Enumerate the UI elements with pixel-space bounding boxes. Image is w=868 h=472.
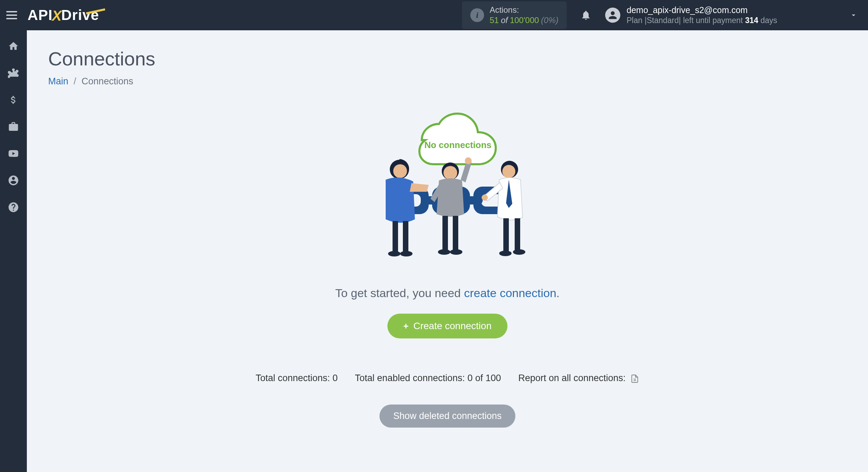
main-content: Connections Main / Connections No connec…: [27, 30, 868, 472]
sidebar: [0, 30, 27, 472]
svg-point-16: [443, 166, 457, 180]
svg-point-13: [388, 251, 400, 256]
svg-text:No connections: No connections: [424, 140, 491, 150]
topbar: APIXDrive i Actions: 51 of 100'000 (0%) …: [0, 0, 868, 30]
create-connection-link[interactable]: create connection: [464, 286, 556, 300]
svg-point-19: [438, 249, 450, 255]
total-connections: Total connections: 0: [256, 373, 338, 384]
svg-rect-17: [442, 216, 448, 250]
svg-point-20: [450, 249, 462, 255]
avatar-icon: [605, 8, 620, 23]
create-connection-label: Create connection: [413, 321, 491, 332]
actions-label: Actions:: [490, 5, 558, 15]
no-connections-illustration: No connections: [344, 107, 551, 269]
svg-point-23: [502, 165, 515, 178]
svg-rect-24: [503, 218, 509, 252]
actions-total: 100'000: [510, 15, 539, 25]
empty-state: No connections: [48, 107, 847, 428]
breadcrumb-main[interactable]: Main: [48, 76, 68, 86]
sidebar-item-youtube[interactable]: [7, 147, 20, 160]
chevron-down-icon: [849, 11, 858, 19]
plus-icon: +: [403, 321, 408, 332]
svg-point-10: [393, 164, 407, 178]
stats-row: Total connections: 0 Total enabled conne…: [256, 373, 639, 384]
user-menu[interactable]: demo_apix-drive_s2@com.com Plan |Standar…: [605, 4, 858, 26]
actions-used: 51: [490, 15, 499, 25]
actions-of: of: [501, 15, 508, 25]
svg-point-27: [513, 249, 525, 255]
actions-counter[interactable]: i Actions: 51 of 100'000 (0%): [462, 1, 567, 29]
menu-toggle[interactable]: [6, 8, 20, 22]
svg-rect-25: [515, 218, 520, 251]
create-connection-button[interactable]: + Create connection: [387, 314, 507, 338]
sidebar-item-billing[interactable]: [7, 94, 20, 106]
sidebar-item-help[interactable]: [7, 201, 20, 213]
notifications-icon[interactable]: [580, 10, 591, 21]
report-all-connections[interactable]: Report on all connections:: [518, 373, 639, 384]
svg-rect-12: [403, 221, 408, 252]
logo[interactable]: APIXDrive: [28, 7, 99, 23]
enabled-connections: Total enabled connections: 0 of 100: [355, 373, 501, 384]
empty-state-text: To get started, you need create connecti…: [335, 286, 559, 300]
breadcrumb-current: Connections: [82, 76, 133, 86]
svg-point-28: [482, 195, 488, 201]
user-email: demo_apix-drive_s2@com.com: [626, 4, 777, 16]
svg-point-14: [400, 251, 412, 256]
user-plan: Plan |Standard| left until payment 314 d…: [626, 15, 777, 26]
svg-rect-18: [453, 216, 458, 250]
sidebar-item-home[interactable]: [7, 40, 20, 52]
page-title: Connections: [48, 48, 847, 70]
document-icon: [630, 374, 639, 384]
actions-percent: (0%): [541, 15, 559, 25]
svg-point-26: [499, 251, 512, 256]
svg-point-21: [465, 157, 472, 164]
sidebar-item-briefcase[interactable]: [7, 120, 20, 133]
svg-rect-11: [393, 221, 398, 252]
sidebar-item-connections[interactable]: [7, 67, 20, 79]
svg-rect-8: [462, 196, 483, 204]
info-icon: i: [470, 8, 484, 22]
sidebar-item-account[interactable]: [7, 174, 20, 187]
show-deleted-button[interactable]: Show deleted connections: [379, 405, 515, 428]
breadcrumb: Main / Connections: [48, 76, 847, 87]
